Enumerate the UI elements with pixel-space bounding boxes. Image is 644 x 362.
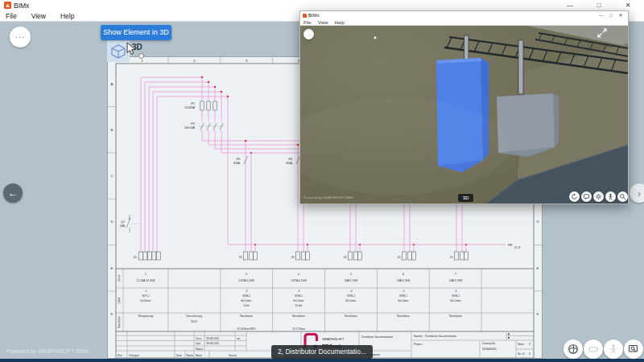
svg-text:Changes: Changes [129, 354, 139, 357]
svg-text:-4: -4 [350, 290, 353, 293]
next-sheet-button[interactable]: › [630, 183, 644, 203]
viewport-3d[interactable]: ··· 3D Powered by GRAPHISOFT BIMx [300, 26, 628, 204]
more-options-button[interactable]: ··· [10, 27, 31, 47]
viewer-window[interactable]: BIMx — □ ✕ File View Help [299, 10, 629, 204]
next-arrow-icon: › [638, 187, 641, 200]
find-on-sheet-button[interactable] [624, 339, 643, 359]
svg-text:Rev.: Rev. [118, 354, 122, 357]
svg-text:Circuit: Circuit [118, 275, 121, 282]
mouse-cursor-icon [125, 42, 138, 56]
maximize-icon[interactable]: □ [606, 11, 616, 19]
svg-text:5x10mm²: 5x10mm² [140, 299, 151, 302]
svg-text:01 07 Büro: 01 07 Büro [292, 327, 305, 331]
svg-text:E: E [537, 266, 539, 270]
svg-text:No. of:: No. of: [518, 352, 525, 356]
menu-help[interactable]: Help [335, 20, 345, 25]
svg-text:PE: PE [508, 243, 513, 247]
svg-text:Einspeisung: Einspeisung [138, 315, 154, 318]
svg-text:16A 3.7kW: 16A 3.7kW [449, 279, 463, 282]
svg-text:3x1,5mm²: 3x1,5mm² [450, 299, 461, 302]
menu-view[interactable]: View [31, 12, 46, 20]
menu-file[interactable]: File [303, 20, 312, 25]
svg-text:Status: Status [196, 348, 203, 351]
svg-text:-F4: -F4 [288, 158, 292, 161]
scene-3d [300, 26, 628, 204]
svg-text:Description: Description [118, 316, 121, 328]
powered-by-label: Powered by GRAPHISOFT BIMx [6, 348, 89, 354]
close-icon[interactable]: ✕ [619, 0, 637, 10]
svg-text:40/0,03A: 40/0,03A [184, 126, 196, 130]
svg-text:4: 4 [298, 273, 299, 276]
pe-rail-label: PE /3.1.E [508, 243, 520, 249]
svg-text:Vorsicherung: Vorsicherung [186, 315, 202, 318]
svg-text:Name: Name [187, 354, 194, 357]
svg-text:Upd: Upd [196, 342, 200, 345]
svg-text:Norm: Norm [196, 354, 202, 357]
orbit-mode-button[interactable] [569, 191, 580, 202]
svg-text:B16A: B16A [286, 162, 293, 165]
cursor-dot [374, 37, 377, 39]
menu-file[interactable]: File [6, 12, 17, 20]
svg-text:B: B [111, 128, 114, 132]
menu-help[interactable]: Help [60, 12, 74, 20]
svg-text:D02/63A: D02/63A [185, 106, 196, 109]
close-icon[interactable]: ✕ [616, 11, 625, 19]
svg-text:sw: sw [237, 337, 241, 340]
svg-text:3: 3 [246, 59, 248, 63]
viewer-more-options-button[interactable]: ··· [303, 29, 314, 39]
svg-text:Crea: Crea [196, 337, 201, 340]
svg-text:X1: X1 [344, 256, 347, 259]
svg-text:0.87A 0.2kW: 0.87A 0.2kW [291, 279, 307, 282]
model-3d-button[interactable] [564, 339, 583, 359]
menu-view[interactable]: View [318, 20, 328, 25]
taskbar-strip [0, 359, 644, 362]
svg-text:GRAPHISOFT: GRAPHISOFT [322, 337, 345, 341]
hanger-post [518, 40, 523, 94]
gamepad-mode-button[interactable] [584, 339, 603, 359]
svg-text:5: 5 [529, 352, 530, 356]
svg-text:2: 2 [193, 59, 196, 63]
walk-mode-button[interactable] [604, 339, 623, 359]
minimize-icon[interactable]: — [597, 11, 606, 19]
svg-text:3x1,5mm²: 3x1,5mm² [398, 299, 409, 302]
expand-icon[interactable] [597, 28, 607, 38]
svg-text:16A 3.7kW: 16A 3.7kW [397, 279, 411, 282]
svg-text:6: 6 [402, 273, 404, 276]
svg-text:-6: -6 [455, 290, 457, 293]
circuit-table-text: Circuit Cable Description 121.18A 14.7kW… [118, 273, 463, 331]
gallery-icon [583, 193, 590, 200]
view-mode-badge: 3D [458, 194, 473, 202]
svg-text:3: 3 [246, 273, 247, 276]
svg-text:C: C [110, 174, 113, 178]
svg-text:Date: Date [176, 354, 182, 357]
viewer-title: BIMx [308, 13, 320, 18]
window-title: BIMx [14, 2, 29, 10]
svg-text:Sheet:: Sheet: [518, 343, 525, 346]
svg-text:18.08.2022: 18.08.2022 [206, 342, 219, 345]
svg-text:Distributor Documentation: Distributor Documentation [361, 335, 393, 339]
svg-text:Steckdose: Steckdose [240, 315, 253, 318]
svg-text:2: 2 [529, 343, 530, 346]
previous-sheet-button[interactable]: ← [3, 183, 23, 203]
powered-by-label: Powered by GRAPHISOFT BIMx [303, 195, 353, 200]
svg-text:16A 3.7kW: 16A 3.7kW [345, 279, 358, 282]
svg-text:-Q1: -Q1 [120, 220, 125, 224]
viewer-menubar: File View Help [300, 19, 628, 26]
svg-text:F: F [537, 312, 539, 316]
maximize-icon[interactable]: □ [590, 0, 608, 10]
svg-text:7: 7 [455, 273, 456, 276]
settings-button[interactable] [593, 191, 604, 202]
window-titlebar: BIMx — □ ✕ [0, 0, 644, 10]
svg-text:Steckdose: Steckdose [292, 315, 305, 318]
svg-text:18.08.2022: 18.08.2022 [206, 337, 219, 340]
walk-mode-button[interactable] [605, 191, 616, 202]
views-gallery-button[interactable] [581, 191, 592, 202]
minimize-icon[interactable]: — [561, 0, 579, 10]
find-element-button[interactable] [617, 191, 628, 202]
rcd-f2: -F2 40/0,03A [184, 122, 225, 130]
gamepad-icon [588, 343, 599, 355]
person-icon [607, 193, 614, 200]
svg-text:-5: -5 [402, 290, 405, 293]
svg-text:X1: X1 [450, 256, 453, 259]
orbit-icon [571, 193, 578, 200]
